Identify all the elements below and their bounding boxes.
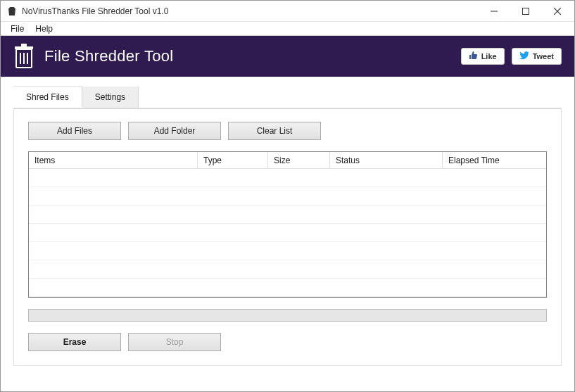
table-row — [29, 260, 546, 279]
table-row — [29, 187, 546, 206]
banner-title: File Shredder Tool — [44, 47, 454, 65]
svg-line-2 — [554, 8, 561, 15]
tweet-button[interactable]: Tweet — [512, 48, 562, 65]
content: Shred Files Settings Add Files Add Folde… — [1, 77, 574, 379]
toolbar: Add Files Add Folder Clear List — [28, 122, 547, 140]
banner: File Shredder Tool Like Tweet — [1, 36, 574, 77]
col-status[interactable]: Status — [330, 152, 443, 169]
panel: Add Files Add Folder Clear List Items Ty… — [13, 108, 562, 366]
like-label: Like — [481, 52, 497, 61]
trash-icon — [13, 44, 34, 69]
tweet-label: Tweet — [533, 52, 554, 61]
add-folder-button[interactable]: Add Folder — [128, 122, 221, 140]
svg-rect-8 — [15, 46, 33, 49]
stop-button[interactable]: Stop — [128, 333, 221, 351]
trash-icon — [6, 6, 18, 17]
col-items[interactable]: Items — [29, 152, 198, 169]
progress-bar — [28, 309, 547, 322]
table-row — [29, 279, 546, 297]
like-button[interactable]: Like — [461, 48, 505, 65]
tab-content: Add Files Add Folder Clear List Items Ty… — [14, 108, 561, 365]
minimize-button[interactable] — [478, 1, 510, 21]
close-button[interactable] — [541, 1, 573, 21]
col-size[interactable]: Size — [268, 152, 330, 169]
tabs: Shred Files Settings — [13, 87, 562, 108]
clear-list-button[interactable]: Clear List — [228, 122, 321, 140]
tab-shred-files[interactable]: Shred Files — [13, 86, 82, 107]
action-row: Erase Stop — [28, 333, 547, 351]
add-files-button[interactable]: Add Files — [28, 122, 121, 140]
menu-help[interactable]: Help — [30, 23, 58, 34]
table-row — [29, 169, 546, 187]
svg-rect-1 — [522, 8, 529, 14]
thumbs-up-icon — [469, 51, 478, 62]
file-table[interactable]: Items Type Size Status Elapsed Time — [28, 151, 547, 298]
col-type[interactable]: Type — [198, 152, 268, 169]
table-row — [29, 224, 546, 242]
menu-file[interactable]: File — [5, 23, 30, 34]
menubar: File Help — [1, 22, 574, 36]
svg-line-3 — [554, 8, 561, 15]
tab-settings[interactable]: Settings — [82, 87, 139, 108]
twitter-icon — [519, 51, 529, 62]
maximize-button[interactable] — [510, 1, 541, 21]
col-elapsed[interactable]: Elapsed Time — [443, 152, 546, 169]
titlebar: NoVirusThanks File Shredder Tool v1.0 — [1, 1, 574, 22]
erase-button[interactable]: Erase — [28, 333, 121, 351]
table-row — [29, 242, 546, 260]
table-body — [29, 169, 546, 296]
window-controls — [478, 1, 573, 21]
window-title: NoVirusThanks File Shredder Tool v1.0 — [22, 6, 478, 16]
table-row — [29, 206, 546, 224]
table-header: Items Type Size Status Elapsed Time — [29, 152, 546, 169]
svg-rect-9 — [21, 44, 27, 46]
